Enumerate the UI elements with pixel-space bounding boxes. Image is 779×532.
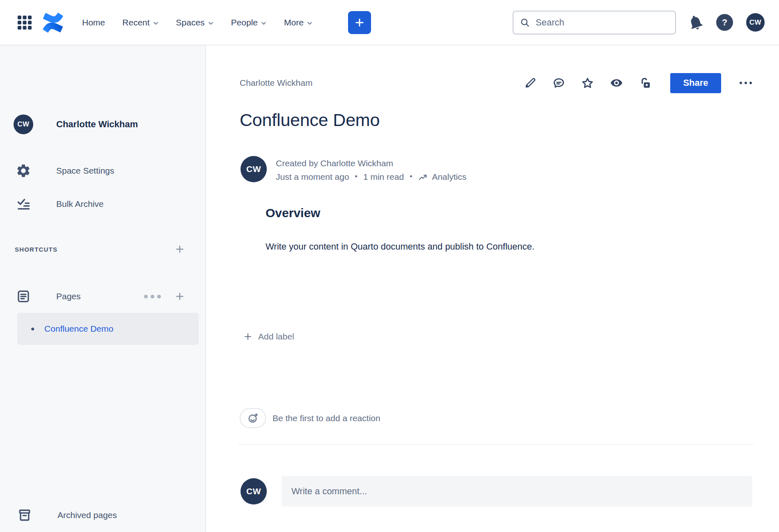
nav-item-label: Spaces: [176, 18, 205, 28]
chevron-down-icon: [261, 20, 267, 26]
share-button[interactable]: Share: [670, 73, 721, 93]
pages-document-icon: [14, 289, 33, 304]
search-input[interactable]: [513, 11, 676, 34]
restrictions-button[interactable]: [639, 76, 652, 89]
add-shortcut-button[interactable]: [174, 243, 186, 255]
shortcuts-heading: SHORTCUTS: [15, 246, 57, 253]
pages-section-header[interactable]: Pages: [14, 285, 186, 307]
page-tree-item-confluence-demo[interactable]: • Confluence Demo: [17, 313, 199, 345]
watch-button[interactable]: [609, 76, 623, 90]
nav-item-spaces[interactable]: Spaces: [176, 18, 214, 28]
plus-icon: [174, 243, 186, 255]
edit-button[interactable]: [524, 76, 537, 89]
sidebar-item-archived-pages[interactable]: Archived pages: [15, 504, 117, 526]
sidebar-item-label: Bulk Archive: [56, 199, 104, 209]
chevron-down-icon: [307, 20, 313, 26]
gear-icon: [14, 163, 33, 179]
nav-item-more[interactable]: More: [284, 18, 313, 28]
pages-heading: Pages: [56, 291, 81, 301]
eye-icon: [609, 76, 623, 90]
space-name: Charlotte Wickham: [56, 119, 138, 130]
favourite-button[interactable]: [581, 76, 594, 90]
reaction-prompt: Be the first to add a reaction: [273, 413, 380, 423]
add-label-button[interactable]: Add label: [243, 332, 294, 342]
content-header: Charlotte Wickham: [240, 71, 752, 95]
archive-box-icon: [15, 508, 34, 523]
nav-item-label: Recent: [122, 18, 150, 28]
byline-text: Created by Charlotte Wickham Just a mome…: [276, 156, 466, 183]
page-more-menu-button[interactable]: [740, 82, 752, 84]
space-avatar: CW: [14, 115, 33, 134]
add-label-text: Add label: [258, 332, 294, 342]
plus-icon: [354, 17, 365, 28]
smiley-add-icon: [247, 412, 259, 424]
notifications-button[interactable]: [687, 14, 704, 31]
add-reaction-button[interactable]: [240, 408, 266, 428]
bell-icon: [687, 14, 704, 31]
analytics-link[interactable]: Analytics: [418, 170, 466, 183]
user-avatar[interactable]: CW: [746, 13, 765, 32]
page-bullet: •: [31, 323, 34, 334]
nav-item-people[interactable]: People: [231, 18, 267, 28]
top-navigation-bar: Home Recent Spaces People More: [0, 0, 779, 45]
author-avatar[interactable]: CW: [241, 156, 267, 182]
page-title: Confluence Demo: [240, 110, 380, 130]
comment-button[interactable]: [552, 76, 566, 90]
byline-read-time: 1 min read: [363, 170, 404, 183]
body-paragraph: Write your content in Quarto documents a…: [266, 241, 534, 252]
dot-separator: •: [410, 170, 412, 183]
comment-input[interactable]: [282, 476, 752, 507]
question-mark-icon: ?: [722, 17, 727, 28]
line-chart-icon: [418, 172, 428, 182]
reaction-row: Be the first to add a reaction: [240, 408, 380, 428]
nav-item-label: People: [231, 18, 258, 28]
commenter-avatar: CW: [241, 478, 267, 504]
app-switcher-grid-icon[interactable]: [16, 14, 33, 31]
page-actions-toolbar: Share: [524, 73, 752, 93]
star-icon: [581, 76, 594, 90]
sidebar-item-label: Archived pages: [57, 510, 117, 520]
nav-item-home[interactable]: Home: [82, 18, 105, 28]
nav-item-label: More: [284, 18, 304, 28]
chevron-down-icon: [208, 20, 214, 26]
analytics-label: Analytics: [432, 170, 466, 183]
primary-nav-menu: Home Recent Spaces People More: [82, 18, 313, 28]
pencil-icon: [524, 76, 537, 89]
avatar-initials: CW: [17, 120, 29, 128]
page-content-area: Charlotte Wickham: [207, 45, 779, 532]
avatar-initials: CW: [246, 486, 261, 496]
comments-divider: [238, 444, 754, 445]
unlock-icon: [639, 76, 652, 89]
breadcrumb[interactable]: Charlotte Wickham: [240, 78, 312, 88]
byline-meta: Just a moment ago • 1 min read • Analyti…: [276, 170, 466, 183]
page-link: Confluence Demo: [44, 324, 113, 334]
dot-separator: •: [355, 170, 357, 183]
chevron-down-icon: [153, 20, 159, 26]
avatar-initials: CW: [246, 164, 261, 174]
confluence-logo-icon[interactable]: [43, 12, 63, 33]
create-button[interactable]: [348, 11, 371, 34]
pages-more-menu-button[interactable]: [142, 293, 163, 300]
plus-icon: [174, 291, 186, 302]
nav-item-recent[interactable]: Recent: [122, 18, 159, 28]
search-box: [513, 11, 676, 34]
plus-icon: [243, 332, 253, 342]
avatar-initials: CW: [749, 18, 761, 27]
comment-row: CW: [241, 476, 752, 507]
bulk-archive-checklist-icon: [14, 197, 33, 212]
byline: CW Created by Charlotte Wickham Just a m…: [241, 156, 466, 183]
space-header[interactable]: CW Charlotte Wickham: [14, 110, 138, 139]
nav-item-label: Home: [82, 18, 105, 28]
help-button[interactable]: ?: [716, 14, 733, 31]
add-page-button[interactable]: [174, 291, 186, 302]
byline-timestamp: Just a moment ago: [276, 170, 349, 183]
comment-bubble-icon: [552, 76, 566, 90]
sidebar-item-space-settings[interactable]: Space Settings: [14, 160, 114, 182]
byline-created-by: Created by Charlotte Wickham: [276, 156, 466, 170]
shortcuts-section-header: SHORTCUTS: [15, 241, 186, 257]
section-heading: Overview: [266, 206, 320, 220]
space-sidebar: CW Charlotte Wickham Space Settings Bulk…: [0, 45, 206, 532]
sidebar-item-label: Space Settings: [56, 166, 114, 176]
sidebar-item-bulk-archive[interactable]: Bulk Archive: [14, 193, 104, 215]
